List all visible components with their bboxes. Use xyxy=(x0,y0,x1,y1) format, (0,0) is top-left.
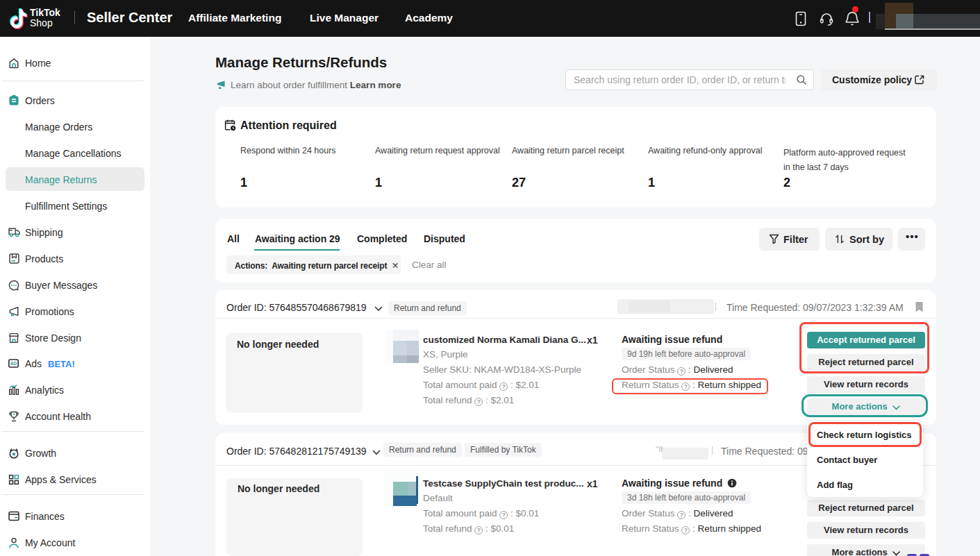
svg-text:AD: AD xyxy=(10,361,17,366)
